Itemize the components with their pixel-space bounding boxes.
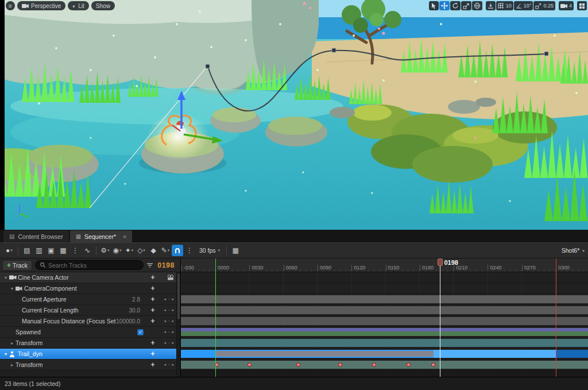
create-camera-icon[interactable]: ▣ (45, 245, 57, 256)
sequencer-tools-icon[interactable]: ⚙▾ (99, 245, 111, 256)
film-overrides-icon[interactable]: ▦ (57, 245, 69, 256)
playback-options-icon[interactable]: ✦▾ (123, 245, 135, 256)
grid-snap-button[interactable]: 10 (496, 1, 513, 10)
perspective-button[interactable]: Perspective (17, 1, 65, 10)
tab-content-browser[interactable]: ▤ Content Browser (3, 230, 69, 242)
snap-options-icon[interactable]: ⋮ (184, 245, 195, 256)
track-row-current-aperture[interactable]: Current Aperture2.8+◂ ◦ ▸ (0, 294, 180, 305)
timeline-panel[interactable]: -030000000300060009001200150018002100240… (181, 258, 588, 377)
track-row-spawned[interactable]: Spawned✓◂ ◦ ▸ (0, 327, 180, 338)
section-band[interactable] (181, 361, 588, 369)
add-section-button[interactable]: + (148, 339, 157, 347)
viewport-options-button[interactable]: ≡ (6, 1, 15, 10)
timeline-ruler[interactable]: -030000000300060009001200150018002100240… (181, 258, 588, 272)
filter-icon[interactable] (146, 262, 153, 269)
camera-lock-toggle[interactable] (157, 275, 175, 280)
keyframe-dot[interactable] (407, 363, 411, 367)
track-row-cameracomponent[interactable]: ▾CameraComponent+ (0, 283, 180, 294)
auto-keyframe-icon[interactable]: ◆ (148, 245, 159, 256)
expand-arrow-icon[interactable]: ▾ (9, 286, 16, 291)
add-track-button[interactable]: + Track (2, 260, 32, 271)
expand-arrow-icon[interactable]: ▾ (2, 275, 9, 280)
section-band[interactable] (181, 317, 588, 325)
keyframe-nav-buttons[interactable]: ◂ ◦ ▸ (157, 297, 175, 302)
track-row-current-focal-length[interactable]: Current Focal Length30.0+◂ ◦ ▸ (0, 305, 180, 316)
select-tool-button[interactable] (429, 1, 439, 10)
keyframe-nav-buttons[interactable]: ◂ ◦ ▸ (157, 341, 175, 345)
world-local-space-button[interactable] (472, 1, 482, 10)
scale-snap-button[interactable]: 0.25 (533, 1, 555, 10)
track-row-trail-dyn[interactable]: ▾Trail_dyn+ (0, 349, 180, 360)
spawned-checkbox[interactable]: ✓ (137, 329, 144, 335)
sequencer-options-icon[interactable]: ●▾ (3, 245, 15, 256)
snap-magnet-icon[interactable] (172, 245, 183, 256)
view-options-eye-icon[interactable]: ◉▾ (111, 245, 123, 256)
edit-options-icon[interactable]: ✎▾ (160, 245, 171, 256)
sequence-breadcrumb-icon[interactable]: ▪ (582, 247, 585, 254)
keyframe-dot[interactable] (296, 363, 300, 367)
collapse-arrow-icon[interactable]: ▸ (9, 341, 16, 346)
search-tracks-input[interactable] (48, 262, 139, 269)
keyframe-nav-buttons[interactable]: ◂ ◦ ▸ (157, 330, 175, 334)
search-tracks-box[interactable] (35, 260, 144, 270)
keyframe-nav-buttons[interactable]: ◂ ◦ ▸ (157, 362, 175, 367)
timeline-row-transform[interactable] (181, 360, 588, 370)
tab-sequencer[interactable]: ▦ Sequencer* × (70, 230, 133, 242)
actions-menu-icon[interactable]: ⋮ (69, 245, 81, 256)
timeline-row-current-focal-length[interactable] (181, 305, 588, 316)
keyframe-nav-buttons[interactable]: ◂ ◦ ▸ (157, 319, 175, 323)
curve-editor-icon[interactable]: ∿ (82, 245, 93, 256)
timeline-row-cameracomponent[interactable] (181, 283, 588, 294)
collapse-arrow-icon[interactable]: ▸ (9, 362, 16, 368)
track-property-value[interactable]: 100000.0 (116, 318, 140, 325)
add-section-button[interactable]: + (148, 350, 157, 358)
viewport-3d-scene[interactable] (5, 0, 588, 230)
rotation-snap-button[interactable]: 10° (514, 1, 533, 10)
keyframe-dot[interactable] (431, 363, 435, 367)
current-frame-display[interactable]: 0198 (156, 261, 178, 269)
add-section-button[interactable]: + (148, 361, 157, 369)
save-icon[interactable]: ▤ (21, 245, 33, 256)
section-band[interactable] (181, 306, 588, 314)
rotate-tool-button[interactable] (450, 1, 461, 10)
track-property-value[interactable]: 30.0 (129, 307, 140, 314)
track-property-value[interactable]: 2.8 (132, 296, 140, 303)
keyframe-dot[interactable] (215, 363, 219, 367)
keyframe-dot[interactable] (372, 363, 376, 367)
section-band[interactable] (181, 295, 588, 303)
add-section-button[interactable]: + (148, 295, 157, 303)
expand-arrow-icon[interactable]: ▾ (2, 352, 9, 357)
trail-section-segment[interactable] (215, 351, 434, 357)
show-flags-button[interactable]: Show (91, 1, 115, 10)
scale-tool-button[interactable] (461, 1, 471, 10)
track-row-transform[interactable]: ▸Transform+◂ ◦ ▸ (0, 338, 180, 349)
timeline-row-manual-focus-distance-focus-setti[interactable] (181, 316, 588, 327)
timeline-row-cine-camera-actor[interactable] (181, 272, 588, 283)
section-band[interactable] (181, 339, 588, 347)
trail-section-segment[interactable] (556, 350, 588, 358)
keyframe-options-icon[interactable]: ◇▾ (136, 245, 147, 256)
track-row-transform[interactable]: ▸Transform+◂ ◦ ▸ (0, 360, 180, 370)
move-tool-button[interactable] (439, 1, 450, 10)
add-section-button[interactable]: + (148, 273, 157, 281)
render-movie-icon[interactable]: ▦ (230, 245, 241, 256)
spawned-band-bottom[interactable] (181, 331, 588, 336)
track-list-scrollbar[interactable] (176, 272, 180, 377)
keyframe-dot[interactable] (338, 363, 342, 367)
timeline-row-spawned[interactable] (181, 327, 588, 338)
timeline-row-transform[interactable] (181, 338, 588, 349)
fps-dropdown[interactable]: 30 fps▾ (196, 245, 223, 256)
camera-speed-button[interactable]: 4 (559, 1, 574, 10)
timeline-row-current-aperture[interactable] (181, 294, 588, 305)
lit-mode-button[interactable]: ◐ Lit (68, 1, 89, 10)
trail-section-segment[interactable] (434, 350, 556, 358)
add-section-button[interactable]: + (148, 317, 157, 325)
timeline-track-area[interactable] (181, 272, 588, 377)
close-tab-icon[interactable]: × (123, 233, 126, 240)
find-in-content-browser-icon[interactable]: ▥ (33, 245, 45, 256)
keyframe-dot[interactable] (247, 363, 252, 367)
track-row-cine-camera-actor[interactable]: ▾Cine Camera Actor+ (0, 272, 180, 283)
maximize-viewport-button[interactable] (577, 1, 587, 10)
timeline-row-trail-dyn[interactable] (181, 349, 588, 360)
add-section-button[interactable]: + (148, 306, 157, 314)
